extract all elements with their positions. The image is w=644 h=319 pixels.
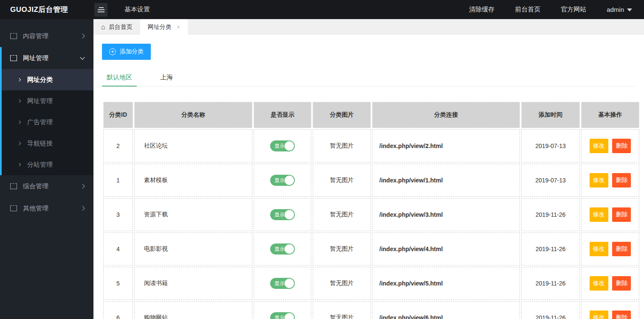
chevron-right-icon	[17, 120, 21, 124]
submenu-item-label: 分站管理	[27, 161, 53, 169]
sidebar-item-substation-mgmt[interactable]: 分站管理	[2, 154, 93, 175]
hamburger-icon	[98, 7, 105, 12]
sidebar-item-nav-links[interactable]: 导航链接	[2, 133, 93, 154]
delete-button[interactable]: 删除	[612, 276, 631, 291]
cell-image: 暂无图片	[313, 198, 371, 231]
toggle-label: 显示	[274, 280, 285, 287]
col-header-id: 分类ID	[103, 102, 133, 128]
cell-id: 2	[103, 129, 133, 162]
plus-circle-icon: +	[109, 48, 116, 55]
visibility-toggle[interactable]: 显示	[270, 140, 295, 151]
chevron-right-icon	[17, 163, 21, 166]
sidebar-item-content-mgmt[interactable]: 内容管理	[0, 25, 93, 47]
sidebar-item-label: 综合管理	[23, 182, 81, 190]
chevron-right-icon	[80, 206, 85, 210]
cell-name: 素材模板	[134, 164, 252, 197]
cell-visible: 显示	[254, 164, 311, 197]
category-table: 分类ID 分类名称 是否显示 分类图片 分类连接 添加时间 基本操作 2 社区论…	[102, 101, 641, 319]
tab-url-category[interactable]: 网址分类 ×	[140, 19, 188, 35]
visibility-toggle[interactable]: 显示	[270, 312, 295, 319]
sidebar-item-url-category[interactable]: 网址分类	[2, 69, 93, 90]
visibility-toggle[interactable]: 显示	[270, 175, 295, 186]
cell-link: /index.php/view/2.html	[372, 129, 520, 162]
menu-group-content: 内容管理	[0, 25, 93, 47]
table-row: 1 素材模板 显示 暂无图片 /index.php/view/1.html 20…	[103, 164, 639, 197]
region-tab-shanghai[interactable]: 上海	[155, 69, 178, 87]
link-clear-cache[interactable]: 清除缓存	[469, 6, 494, 14]
col-header-name: 分类名称	[134, 102, 252, 128]
cell-date: 2019-11-26	[521, 267, 580, 300]
edit-button[interactable]: 修改	[590, 139, 608, 153]
toggle-knob-icon	[285, 279, 294, 288]
cell-id: 1	[103, 164, 133, 197]
home-icon: ⌂	[101, 24, 105, 31]
edit-button[interactable]: 修改	[590, 276, 608, 291]
cell-name: 阅读书籍	[134, 267, 252, 300]
cell-visible: 显示	[254, 301, 311, 319]
content-area: + 添加分类 默认地区 上海 分类ID 分类名称 是否显示 分类图片 分类连接 …	[93, 35, 644, 319]
sidebar-item-label: 网址管理	[23, 54, 81, 62]
delete-button[interactable]: 删除	[612, 173, 631, 187]
table-row: 4 电影影视 显示 暂无图片 /index.php/view/4.html 20…	[103, 232, 639, 266]
sidebar-item-other-mgmt[interactable]: 其他管理	[0, 197, 93, 219]
cell-actions: 修改 删除	[581, 129, 639, 162]
cell-image: 暂无图片	[313, 164, 371, 197]
link-frontend-home[interactable]: 前台首页	[515, 6, 540, 14]
cell-image: 暂无图片	[313, 267, 371, 300]
toggle-knob-icon	[285, 176, 294, 185]
delete-button[interactable]: 删除	[612, 207, 631, 222]
page-tabbar: ⌂ 后台首页 网址分类 ×	[93, 19, 644, 35]
visibility-toggle[interactable]: 显示	[270, 278, 295, 289]
add-category-button[interactable]: + 添加分类	[102, 44, 151, 60]
cell-link: /index.php/view/1.html	[372, 164, 520, 197]
menu-group-general: 综合管理	[0, 175, 93, 197]
main-area: ⌂ 后台首页 网址分类 × + 添加分类 默认地区 上海 分类ID	[93, 19, 644, 319]
cell-actions: 修改 删除	[581, 232, 639, 266]
visibility-toggle[interactable]: 显示	[270, 209, 295, 220]
link-official-site[interactable]: 官方网站	[561, 6, 586, 14]
toggle-label: 显示	[274, 143, 285, 150]
sidebar-item-ad-mgmt[interactable]: 广告管理	[2, 112, 93, 133]
close-icon[interactable]: ×	[177, 24, 180, 31]
toggle-label: 显示	[274, 211, 285, 218]
edit-button[interactable]: 修改	[590, 311, 608, 319]
sidebar: 内容管理 网址管理 网址分类 网址管理 广告管理 导航链接	[0, 19, 93, 319]
tab-label: 网址分类	[148, 23, 172, 31]
submenu-item-label: 广告管理	[27, 118, 53, 126]
sidebar-item-url-mgmt[interactable]: 网址管理	[2, 47, 93, 69]
edit-button[interactable]: 修改	[590, 242, 608, 256]
submenu-item-label: 导航链接	[27, 140, 53, 148]
cell-date: 2019-11-26	[521, 232, 580, 266]
delete-button[interactable]: 删除	[612, 311, 631, 319]
edit-button[interactable]: 修改	[590, 207, 608, 222]
sidebar-toggle-button[interactable]	[94, 3, 107, 17]
col-header-actions: 基本操作	[581, 102, 639, 128]
submenu-item-label: 网址分类	[27, 76, 53, 84]
username: admin	[607, 6, 624, 13]
topbar: GUOJIZ后台管理 基本设置 清除缓存 前台首页 官方网站 admin	[0, 0, 644, 19]
sidebar-item-url-manage[interactable]: 网址管理	[2, 90, 93, 112]
chevron-right-icon	[17, 99, 21, 103]
user-menu[interactable]: admin	[607, 6, 632, 13]
cell-id: 5	[103, 267, 133, 300]
cell-date: 2019-07-13	[521, 164, 580, 197]
visibility-toggle[interactable]: 显示	[270, 243, 295, 255]
cell-actions: 修改 删除	[581, 164, 639, 197]
cell-link: /index.php/view/3.html	[372, 198, 520, 231]
chevron-right-icon	[17, 78, 21, 81]
sidebar-item-general-mgmt[interactable]: 综合管理	[0, 175, 93, 197]
menu-group-url-mgmt: 网址管理 网址分类 网址管理 广告管理 导航链接 分站管理	[0, 47, 93, 175]
cell-date: 2019-11-26	[521, 198, 580, 231]
cell-image: 暂无图片	[313, 129, 371, 162]
cell-id: 6	[103, 301, 133, 319]
app-logo: GUOJIZ后台管理	[0, 5, 93, 14]
cell-visible: 显示	[254, 198, 311, 231]
delete-button[interactable]: 删除	[612, 139, 631, 153]
nav-basic-settings[interactable]: 基本设置	[124, 6, 150, 14]
edit-button[interactable]: 修改	[590, 173, 608, 187]
delete-button[interactable]: 删除	[612, 242, 631, 256]
cell-visible: 显示	[254, 232, 311, 266]
tab-backend-home[interactable]: ⌂ 后台首页	[93, 19, 140, 35]
col-header-link: 分类连接	[372, 102, 520, 128]
region-tab-default[interactable]: 默认地区	[102, 69, 137, 87]
